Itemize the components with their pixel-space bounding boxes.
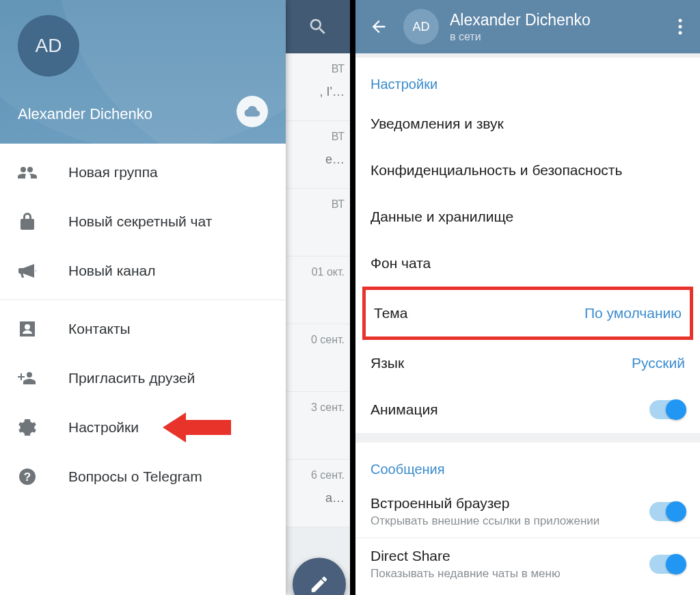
row-notifications[interactable]: Уведомления и звук	[355, 101, 700, 147]
row-label: Фон чата	[371, 255, 685, 272]
menu-label: Новая группа	[68, 164, 158, 181]
back-button[interactable]	[365, 17, 392, 36]
avatar-initials: AD	[36, 35, 62, 57]
row-label: Данные и хранилище	[371, 209, 685, 225]
row-label: Direct Share	[371, 548, 638, 564]
chat-row[interactable]: ВТ, I'…	[286, 53, 350, 121]
profile-status: в сети	[450, 31, 659, 43]
svg-point-3	[679, 25, 682, 29]
profile-name: Alexander Dichenko	[450, 11, 659, 29]
row-value: По умолчанию	[584, 305, 682, 321]
divider	[0, 300, 286, 300]
overflow-menu[interactable]	[670, 18, 690, 35]
cloud-icon	[243, 105, 261, 118]
cloud-button[interactable]	[237, 96, 268, 127]
invite-icon	[18, 369, 37, 388]
menu-invite-friends[interactable]: Пригласить друзей	[0, 354, 286, 403]
switch-animation[interactable]	[649, 400, 685, 419]
settings-list[interactable]: Настройки Уведомления и звук Конфиденциа…	[355, 53, 700, 595]
menu-label: Настройки	[68, 419, 139, 436]
chat-row[interactable]: ВТе…	[286, 121, 350, 189]
appbar-title: Alexander Dichenko в сети	[450, 11, 659, 43]
menu-new-group[interactable]: Новая группа	[0, 148, 286, 197]
lock-icon	[18, 212, 37, 231]
row-sublabel: Открывать внешние ссылки в приложении	[371, 514, 638, 528]
row-label: Конфиденциальность и безопасность	[371, 162, 685, 178]
group-icon	[18, 163, 37, 182]
row-inapp-browser[interactable]: Встроенный браузер Открывать внешние ссы…	[355, 486, 700, 538]
menu-label: Вопросы о Telegram	[68, 468, 202, 485]
row-animation[interactable]: Анимация	[355, 386, 700, 433]
menu-new-channel[interactable]: Новый канал	[0, 246, 286, 295]
row-chat-background[interactable]: Фон чата	[355, 240, 700, 287]
drawer-user-name: Alexander Dichenko	[18, 105, 152, 123]
drawer-menu: Новая группа Новый секретный чат Новый к…	[0, 144, 286, 501]
row-theme[interactable]: Тема По умолчанию	[366, 290, 690, 336]
more-vert-icon	[678, 18, 682, 35]
arrow-annotation	[163, 412, 231, 442]
appbar-avatar[interactable]: AD	[403, 9, 439, 44]
row-privacy[interactable]: Конфиденциальность и безопасность	[355, 147, 700, 194]
menu-label: Новый канал	[68, 263, 156, 279]
menu-label: Пригласить друзей	[68, 370, 195, 386]
section-header-settings: Настройки	[355, 57, 700, 101]
chat-row[interactable]: 0 сент.	[286, 324, 350, 392]
back-arrow-icon	[369, 17, 388, 36]
row-label: Тема	[374, 305, 574, 321]
menu-label: Новый секретный чат	[68, 213, 212, 230]
avatar[interactable]: AD	[18, 15, 79, 77]
chat-row[interactable]: 01 окт.	[286, 256, 350, 324]
chat-row[interactable]: 3 сент.	[286, 392, 350, 460]
drawer-header: AD Alexander Dichenko	[0, 0, 286, 144]
svg-point-4	[679, 31, 682, 35]
row-language[interactable]: Язык Русский	[355, 340, 700, 386]
chat-row[interactable]: 6 сент.а…	[286, 460, 350, 527]
menu-faq[interactable]: ? Вопросы о Telegram	[0, 452, 286, 501]
navigation-drawer: AD Alexander Dichenko Новая группа Новый…	[0, 0, 286, 595]
row-sublabel: Показывать недавние чаты в меню	[371, 567, 638, 581]
chat-list-header	[286, 0, 350, 53]
megaphone-icon	[18, 261, 37, 280]
row-label: Встроенный браузер	[371, 495, 638, 512]
row-label: Язык	[371, 355, 621, 371]
switch-browser[interactable]	[649, 502, 685, 521]
menu-new-secret-chat[interactable]: Новый секретный чат	[0, 197, 286, 246]
highlight-annotation: Тема По умолчанию	[362, 287, 693, 340]
row-value: Русский	[632, 355, 685, 371]
help-icon: ?	[18, 467, 37, 486]
settings-appbar: AD Alexander Dichenko в сети	[355, 0, 700, 53]
avatar-initials: AD	[412, 20, 429, 34]
contact-icon	[18, 319, 37, 339]
svg-point-2	[679, 19, 682, 23]
chat-list-partial: ВТ, I'… ВТе… ВТ 01 окт. 0 сент. 3 сент. …	[286, 0, 350, 595]
menu-contacts[interactable]: Контакты	[0, 304, 286, 354]
section-header-messages: Сообщения	[355, 433, 700, 486]
row-label: Анимация	[371, 401, 638, 418]
svg-text:?: ?	[24, 471, 31, 484]
chat-row[interactable]: ВТ	[286, 189, 350, 256]
menu-settings[interactable]: Настройки	[0, 403, 286, 452]
row-direct-share[interactable]: Direct Share Показывать недавние чаты в …	[355, 538, 700, 590]
search-icon[interactable]	[308, 16, 328, 37]
compose-fab[interactable]	[293, 557, 346, 595]
switch-direct-share[interactable]	[649, 555, 685, 574]
gear-icon	[18, 418, 37, 437]
menu-label: Контакты	[68, 321, 131, 337]
row-label: Уведомления и звук	[371, 116, 685, 132]
row-data-storage[interactable]: Данные и хранилище	[355, 194, 700, 240]
pencil-icon	[309, 574, 329, 594]
